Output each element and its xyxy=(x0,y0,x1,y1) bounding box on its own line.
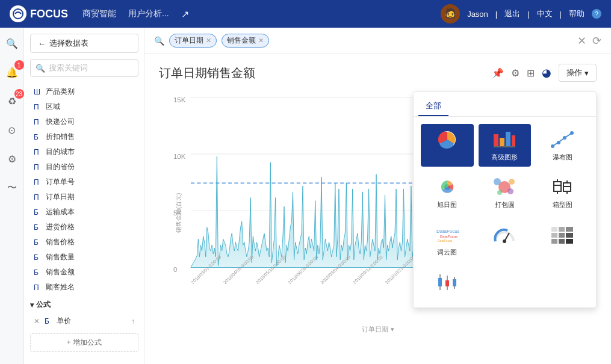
field-item[interactable]: Ш 产品类别 xyxy=(30,84,138,99)
topnav: FOCUS 商贸智能 用户分析... ↗ 🧔 Jason | 退出 | 中文 |… xyxy=(0,0,611,28)
tag-order-date-remove[interactable]: ✕ xyxy=(206,37,211,45)
candlestick-chart-icon xyxy=(434,271,461,293)
svg-point-32 xyxy=(563,136,566,140)
nav-item-trade[interactable]: 商贸智能 xyxy=(82,8,116,20)
field-type-icon: П xyxy=(34,118,42,126)
tag-sales-amount: 销售金额 ✕ xyxy=(222,34,269,48)
nav-item-export[interactable]: ↗ xyxy=(181,8,189,20)
chart-container: 销售金额(百元) 15K 10K 5K 0 xyxy=(159,91,597,346)
svg-point-36 xyxy=(494,178,501,185)
field-item[interactable]: П 目的省份 xyxy=(30,159,138,174)
svg-rect-56 xyxy=(551,233,557,238)
tag-order-date: 订单日期 ✕ xyxy=(169,34,217,48)
field-label: 订单单号 xyxy=(46,177,75,187)
search-clear-icon[interactable]: ✕ xyxy=(577,34,586,48)
field-item[interactable]: П 区域 xyxy=(30,99,138,114)
field-label: 运输成本 xyxy=(46,207,75,217)
field-type-icon: П xyxy=(34,178,42,187)
chart-type-heatmap[interactable] xyxy=(536,219,589,262)
svg-point-0 xyxy=(13,9,23,19)
field-item[interactable]: Б 折扣销售 xyxy=(30,129,138,144)
action-btn-chevron: ▾ xyxy=(585,69,589,78)
sidebar-icon-chart[interactable]: 〜 xyxy=(2,178,22,197)
field-item[interactable]: П 快递公司 xyxy=(30,114,138,129)
sunburst-chart-icon xyxy=(434,176,461,198)
field-type-icon: П xyxy=(34,103,42,111)
chart-type-waterfall[interactable]: 瀑布图 xyxy=(536,124,589,167)
sidebar-icon-cycle[interactable]: ♻ 23 xyxy=(2,91,22,111)
pin-icon[interactable]: 📌 xyxy=(492,67,504,79)
field-item[interactable]: Б 进货价格 xyxy=(30,220,138,235)
chart-type-box[interactable]: 箱型图 xyxy=(536,171,589,214)
chart-type-bubble[interactable]: 打包圆 xyxy=(479,171,532,214)
add-formula-button[interactable]: + 增加公式 xyxy=(30,333,138,352)
svg-rect-65 xyxy=(445,280,449,286)
nav-logout[interactable]: 退出 xyxy=(504,8,520,19)
svg-rect-53 xyxy=(551,227,557,232)
field-item[interactable]: Б 销售数量 xyxy=(30,250,138,265)
chart-type-sunburst[interactable]: 旭日图 xyxy=(421,171,474,214)
svg-point-39 xyxy=(507,188,513,194)
svg-rect-67 xyxy=(453,279,456,286)
select-icon: ← xyxy=(38,39,46,48)
field-item[interactable]: П 顾客姓名 xyxy=(30,280,138,295)
chart-type-pie[interactable] xyxy=(421,124,474,167)
field-label: 进货价格 xyxy=(46,222,75,232)
field-type-icon: П xyxy=(34,283,42,292)
grid-icon[interactable]: ⊞ xyxy=(527,67,535,79)
chart-type-wordcloud-label: 词云图 xyxy=(437,248,457,257)
x-axis-label: 订单日期 ▾ xyxy=(362,325,394,334)
x-axis-chevron: ▾ xyxy=(391,325,394,333)
nav-item-user[interactable]: 用户分析... xyxy=(128,8,169,20)
pie-icon[interactable]: ◕ xyxy=(542,66,551,79)
formula-title: 公式 xyxy=(36,300,51,310)
chart-area: 订单日期销售金额 📌 ⚙ ⊞ ◕ 操作 ▾ 销售金额(百元) xyxy=(144,54,611,364)
formula-remove[interactable]: ✕ xyxy=(34,317,40,325)
field-type-icon: Б xyxy=(34,208,42,217)
svg-text:DataFocus: DataFocus xyxy=(436,229,459,234)
sidebar-content: ← 选择数据表 🔍 搜索关键词 Ш 产品类别 П 区域 П 快递公司 xyxy=(24,28,144,364)
svg-point-52 xyxy=(503,239,506,243)
settings-icon[interactable]: ⚙ xyxy=(511,67,520,79)
sidebar-icon-db[interactable]: ⊙ xyxy=(2,120,22,140)
chart-type-candlestick[interactable] xyxy=(421,267,474,300)
field-type-icon: Б xyxy=(34,223,42,232)
field-item[interactable]: Б 销售价格 xyxy=(30,235,138,250)
chart-type-gauge[interactable] xyxy=(479,219,532,262)
field-item[interactable]: П 订单单号 xyxy=(30,174,138,190)
nav-separator-2: | xyxy=(527,10,529,19)
nav-help[interactable]: 帮助 xyxy=(569,8,585,19)
chart-type-advanced[interactable]: 高级图形 xyxy=(479,124,532,167)
formula-collapse-icon[interactable]: ▾ xyxy=(30,301,34,309)
action-btn-label: 操作 xyxy=(566,67,582,78)
y-axis-label: 销售金额(百元) xyxy=(175,193,183,233)
formula-export-icon[interactable]: ↑ xyxy=(131,317,135,325)
field-label: 目的省份 xyxy=(46,162,75,172)
select-table-button[interactable]: ← 选择数据表 xyxy=(30,34,138,53)
chart-type-wordcloud[interactable]: DataFocus DataFocus DataFocus 词云图 xyxy=(421,219,474,262)
sidebar-icon-notify[interactable]: 🔔 1 xyxy=(2,63,22,82)
svg-text:DataFocus: DataFocus xyxy=(440,235,457,238)
svg-rect-63 xyxy=(438,278,442,286)
x-axis-label-text: 订单日期 xyxy=(362,325,388,334)
nav-links: 商贸智能 用户分析... ↗ xyxy=(82,8,189,20)
sidebar-icon-search[interactable]: 🔍 xyxy=(2,34,22,53)
svg-point-37 xyxy=(509,179,515,185)
svg-rect-41 xyxy=(554,182,561,191)
field-item[interactable]: Б 销售金额 xyxy=(30,265,138,280)
field-item[interactable]: Б 运输成本 xyxy=(30,205,138,220)
field-item[interactable]: П 订单日期 xyxy=(30,190,138,205)
field-item[interactable]: П 目的城市 xyxy=(30,144,138,159)
nav-lang[interactable]: 中文 xyxy=(537,8,553,19)
search-refresh-icon[interactable]: ⟳ xyxy=(592,34,601,48)
tag-sales-amount-remove[interactable]: ✕ xyxy=(258,37,264,45)
action-button[interactable]: 操作 ▾ xyxy=(559,64,597,82)
formula-item: ✕ Б 单价 ↑ xyxy=(30,313,138,329)
sidebar-icons: 🔍 🔔 1 ♻ 23 ⊙ ⚙ 〜 xyxy=(0,28,24,364)
chart-type-popup: 全部 xyxy=(413,91,597,308)
field-search-box[interactable]: 🔍 搜索关键词 xyxy=(30,59,138,77)
tag-order-date-label: 订单日期 xyxy=(175,35,203,46)
nav-separator-3: | xyxy=(560,10,562,19)
popup-tab-all[interactable]: 全部 xyxy=(418,97,448,116)
sidebar-icon-setting[interactable]: ⚙ xyxy=(2,149,22,168)
